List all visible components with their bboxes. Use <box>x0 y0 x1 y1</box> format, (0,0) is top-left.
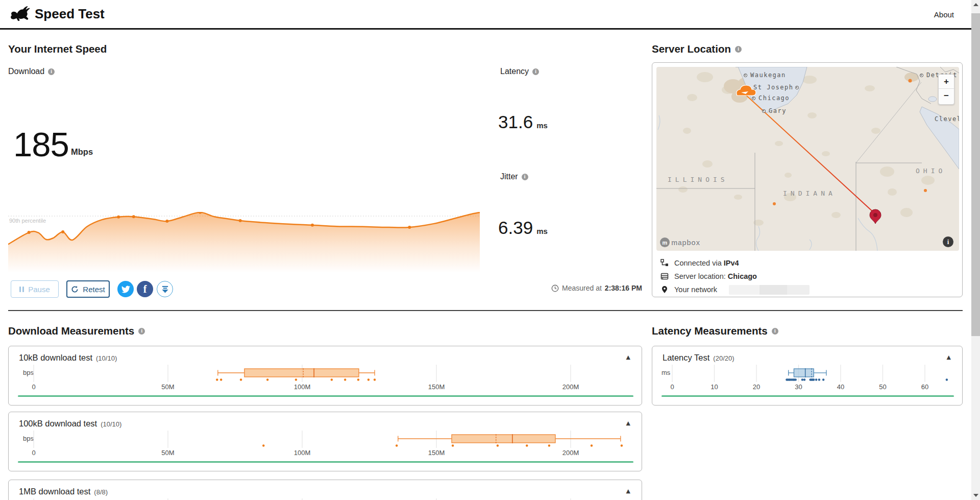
info-icon[interactable]: i <box>532 68 539 75</box>
card-count: (10/10) <box>101 420 121 428</box>
info-icon[interactable]: i <box>138 328 145 335</box>
card-title: 10kB download test <box>19 353 92 363</box>
info-icon[interactable]: i <box>735 46 742 53</box>
twitter-icon <box>121 285 130 294</box>
progress-underline <box>662 395 954 397</box>
svg-text:10: 10 <box>710 383 718 391</box>
city-label: Chicago <box>758 94 790 102</box>
latency-measurements-title: Latency Measurements <box>652 325 768 337</box>
svg-text:200M: 200M <box>562 449 579 457</box>
jitter-unit: ms <box>536 227 548 235</box>
svg-text:100M: 100M <box>294 383 311 391</box>
svg-text:150M: 150M <box>428 383 445 391</box>
city-dot <box>920 74 923 77</box>
card-title: Latency Test <box>663 353 709 363</box>
download-image-button[interactable] <box>157 281 173 297</box>
server-section-title-row: Server Location i <box>652 43 742 55</box>
pause-button[interactable]: Pause <box>11 280 59 298</box>
state-borders <box>656 67 959 251</box>
retest-button[interactable]: Retest <box>66 280 110 298</box>
server-section-title: Server Location <box>652 43 731 55</box>
share-twitter-button[interactable] <box>117 281 134 297</box>
zoom-in-button[interactable]: + <box>939 75 954 89</box>
svg-text:100M: 100M <box>294 449 311 457</box>
svg-text:30: 30 <box>795 383 802 391</box>
city-label: Waukegan <box>750 72 786 79</box>
about-link[interactable]: About <box>934 10 954 19</box>
city-dot <box>762 109 766 113</box>
svg-text:40: 40 <box>837 383 844 391</box>
client-pin-marker <box>870 209 881 224</box>
zoom-out-button[interactable]: − <box>939 89 954 103</box>
card-count: (8/8) <box>94 488 108 496</box>
svg-text:50: 50 <box>879 383 886 391</box>
latency-value-row: 31.6 ms <box>498 112 548 132</box>
page-title: Speed Test <box>35 6 105 22</box>
measurement-card-1mb: 1MB download test (8/8) ▲ bps 050M100M15… <box>8 480 642 500</box>
scrollbar-up-arrow[interactable] <box>973 3 978 6</box>
your-network-row: Your network <box>660 284 810 295</box>
latency-measurements-title-row: Latency Measurements i <box>652 325 778 337</box>
svg-text:50M: 50M <box>161 383 174 391</box>
svg-text:0: 0 <box>670 383 674 391</box>
jitter-value-row: 6.39 ms <box>498 218 548 238</box>
collapse-icon[interactable]: ▲ <box>626 420 630 426</box>
download-value: 185 <box>13 127 69 161</box>
collapse-icon[interactable]: ▲ <box>626 354 630 361</box>
server-location-row: Server location: Chicago <box>660 271 757 282</box>
speed-section-title: Your Internet Speed <box>8 43 107 55</box>
measurement-card-100kb: 100kB download test (10/10) ▲ bps 050M10… <box>8 412 642 471</box>
retest-refresh-icon <box>71 285 79 293</box>
measurement-card-10kb: 10kB download test (10/10) ▲ bps 050M100… <box>8 346 642 406</box>
download-measurements-title-row: Download Measurements i <box>8 325 145 337</box>
network-icon <box>660 259 669 267</box>
measured-prefix: Measured at <box>562 284 602 292</box>
facebook-icon: f <box>143 283 147 295</box>
map[interactable]: Waukegan St Joseph Chicago Gary Detroit … <box>656 67 959 251</box>
boxplot-100kb: 050M100M150M200M <box>9 431 642 458</box>
terrain-patches <box>678 72 935 226</box>
mapbox-attribution[interactable]: m mapbox <box>660 237 700 247</box>
latency-label-row: Latency i <box>500 67 539 76</box>
map-canvas <box>656 67 959 251</box>
svg-text:0: 0 <box>32 449 35 457</box>
city-label: St Joseph <box>753 84 794 91</box>
download-unit: Mbps <box>71 147 93 157</box>
pin-icon <box>660 285 669 294</box>
server-icon <box>660 272 669 280</box>
state-label: OHIO <box>916 167 946 175</box>
progress-underline <box>18 461 633 463</box>
svg-text:50M: 50M <box>161 449 174 457</box>
scrollbar-down-arrow[interactable] <box>973 494 978 497</box>
download-speed-chart: 90th percentile <box>8 212 480 276</box>
latency-unit: ms <box>536 121 548 130</box>
svg-text:200M: 200M <box>562 383 579 391</box>
info-icon[interactable]: i <box>772 328 778 335</box>
city-label: Gary <box>769 107 787 114</box>
scrollbar-thumb[interactable] <box>971 13 980 336</box>
svg-text:20: 20 <box>753 383 760 391</box>
download-measurements-title: Download Measurements <box>8 325 134 337</box>
redacted-network-name <box>729 285 810 295</box>
clock-icon <box>551 284 559 292</box>
svg-text:60: 60 <box>921 383 928 391</box>
lake-st-clair <box>928 97 937 102</box>
collapse-icon[interactable]: ▲ <box>626 488 630 494</box>
info-icon[interactable]: i <box>522 174 528 180</box>
state-label: ILLINOIS <box>668 176 728 183</box>
info-icon[interactable]: i <box>48 68 55 75</box>
city-dot <box>752 97 755 100</box>
latency-label: Latency <box>500 67 529 76</box>
city-dot <box>744 74 747 77</box>
map-attribution-info-button[interactable]: i <box>943 236 953 247</box>
share-facebook-button[interactable]: f <box>137 281 153 297</box>
latency-test-card: Latency Test (20/20) ▲ ms 0102030405060 <box>652 346 963 406</box>
jitter-value: 6.39 <box>498 218 533 238</box>
datacenter-dots <box>773 79 927 206</box>
state-label: INDIANA <box>783 189 836 197</box>
collapse-icon[interactable]: ▲ <box>947 354 951 361</box>
measured-at: Measured at 2:38:16 PM <box>516 284 642 292</box>
server-location-card: Waukegan St Joseph Chicago Gary Detroit … <box>652 62 963 297</box>
boxplot-latency: 0102030405060 <box>652 365 962 392</box>
city-dot <box>795 86 799 89</box>
